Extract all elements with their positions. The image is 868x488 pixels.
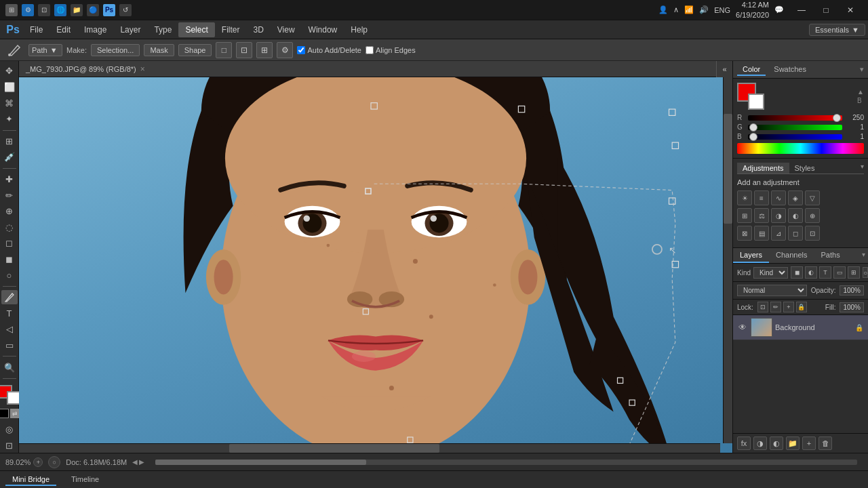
new-group-button[interactable]: 📁 [786, 436, 800, 450]
gradient-tool[interactable]: ◼ [1, 252, 18, 267]
start-button[interactable]: ⊞ [5, 4, 18, 16]
layer-item-background[interactable]: 👁 Background 🔒 [733, 315, 868, 340]
lock-pixels-icon[interactable]: ⊡ [757, 302, 768, 312]
menu-select[interactable]: Select [178, 22, 214, 37]
styles-tab[interactable]: Styles [789, 163, 821, 174]
exposure-adj-icon[interactable]: ◈ [788, 190, 803, 205]
path-settings-icon[interactable]: ⚙ [277, 42, 293, 58]
curves-adj-icon[interactable]: ∿ [771, 190, 786, 205]
text-tool[interactable]: T [1, 306, 18, 321]
menu-edit[interactable]: Edit [50, 22, 77, 37]
bw-adj-icon[interactable]: ◑ [771, 208, 786, 223]
collapse-panel-button[interactable]: « [716, 61, 732, 77]
photo-filter-adj-icon[interactable]: ◐ [788, 208, 803, 223]
zoom-tool[interactable]: 🔍 [1, 360, 18, 375]
swatches-tab[interactable]: Swatches [768, 64, 812, 76]
healing-tool[interactable]: ✚ [1, 172, 18, 187]
horizontal-scroll-thumb[interactable] [229, 444, 439, 453]
fill-value[interactable]: 100% [840, 302, 864, 312]
menu-filter[interactable]: Filter [215, 22, 247, 37]
history-tool[interactable]: ◌ [1, 220, 18, 235]
timeline-tab[interactable]: Timeline [64, 474, 106, 486]
next-arrow[interactable]: ▶ [139, 458, 144, 466]
close-document-icon[interactable]: × [140, 64, 145, 74]
path-select-tool[interactable]: ◁ [1, 322, 18, 337]
channels-tab[interactable]: Channels [769, 248, 814, 263]
lock-position-icon[interactable]: ✏ [770, 302, 781, 312]
green-thumb[interactable] [749, 123, 757, 131]
layers-filter-smart[interactable]: ⊞ [848, 266, 860, 279]
color-balance-adj-icon[interactable]: ⚖ [754, 208, 769, 223]
vertical-scrollbar[interactable] [723, 77, 732, 443]
mini-bridge-tab[interactable]: Mini Bridge [5, 474, 56, 486]
new-layer-button[interactable]: + [802, 436, 816, 450]
path-distribute-icon[interactable]: ⊞ [256, 42, 273, 58]
layer-styles-button[interactable]: fx [737, 436, 751, 450]
menu-window[interactable]: Window [302, 22, 344, 37]
eraser-tool[interactable]: ◻ [1, 236, 18, 251]
lock-move-icon[interactable]: 🔒 [796, 302, 807, 312]
layer-visibility-toggle[interactable]: 👁 [737, 322, 748, 333]
menu-layer[interactable]: Layer [113, 22, 147, 37]
channel-mixer-adj-icon[interactable]: ⊕ [805, 208, 820, 223]
clone-tool[interactable]: ⊕ [1, 204, 18, 219]
adj-panel-collapse[interactable]: ▾ [861, 163, 864, 174]
vertical-scroll-thumb[interactable] [724, 114, 732, 224]
mask-button[interactable]: Mask [144, 44, 174, 56]
taskbar-icon-6[interactable]: Ps [103, 4, 115, 16]
add-mask-button[interactable]: ◑ [753, 436, 767, 450]
screen-mode-icon[interactable]: ⊡ [1, 438, 18, 453]
blend-mode-select[interactable]: Normal [737, 285, 807, 296]
path-align-icon[interactable]: ⊡ [236, 42, 252, 58]
horizontal-scrollbar[interactable] [19, 443, 720, 453]
hsl-adj-icon[interactable]: ⊞ [737, 208, 752, 223]
layers-tab[interactable]: Layers [733, 248, 769, 263]
canvas-image-area[interactable]: ↖ [19, 77, 732, 453]
marquee-tool[interactable]: ⬜ [1, 80, 18, 95]
green-slider[interactable] [748, 125, 842, 130]
eyedropper-tool[interactable]: 💉 [1, 150, 18, 165]
taskbar-icon-2[interactable]: ⊡ [38, 4, 50, 16]
color-tab[interactable]: Color [737, 64, 766, 76]
align-edges-checkbox[interactable]: Align Edges [366, 46, 416, 54]
vibrance-adj-icon[interactable]: ▽ [805, 190, 820, 205]
red-slider[interactable] [748, 115, 842, 121]
opacity-value[interactable]: 100% [840, 285, 864, 296]
workspace-selector[interactable]: Essentials ▼ [809, 24, 865, 36]
blue-slider[interactable] [748, 134, 842, 140]
magic-wand-tool[interactable]: ✦ [1, 112, 18, 127]
menu-image[interactable]: Image [77, 22, 113, 37]
menu-type[interactable]: Type [147, 22, 178, 37]
maximize-button[interactable]: □ [814, 0, 838, 20]
minimize-button[interactable]: — [789, 0, 814, 20]
menu-file[interactable]: File [23, 22, 50, 37]
close-button[interactable]: ✕ [838, 0, 863, 20]
menu-help[interactable]: Help [344, 22, 374, 37]
posterize-adj-icon[interactable]: ▤ [754, 226, 769, 241]
selection-button[interactable]: Selection... [91, 44, 140, 56]
blue-thumb[interactable] [749, 133, 757, 141]
path-type-dropdown[interactable]: Path ▼ [28, 44, 62, 56]
document-tab[interactable]: _MG_7930.JPG [26, 65, 79, 73]
brightness-adj-icon[interactable]: ☀ [737, 190, 752, 205]
dodge-tool[interactable]: ○ [1, 268, 18, 283]
layers-kind-select[interactable]: Kind [753, 267, 788, 279]
layers-filter-adjust[interactable]: ◐ [805, 266, 817, 279]
red-thumb[interactable] [833, 114, 841, 122]
invert-adj-icon[interactable]: ⊠ [737, 226, 752, 241]
paths-tab[interactable]: Paths [814, 248, 847, 263]
taskbar-icon-5[interactable]: 🔵 [87, 4, 99, 16]
layers-filter-shape[interactable]: ▭ [833, 266, 846, 279]
menu-3d[interactable]: 3D [246, 22, 270, 37]
lock-all-icon[interactable]: + [783, 302, 794, 312]
menu-view[interactable]: View [271, 22, 302, 37]
layers-filter-pixel[interactable]: ◼ [791, 266, 803, 279]
layers-filter-type[interactable]: T [819, 266, 831, 279]
quick-mask-icon[interactable]: ◎ [1, 422, 18, 437]
background-swatch[interactable] [748, 94, 764, 110]
gradient-map-adj-icon[interactable]: ◻ [788, 226, 803, 241]
background-color[interactable] [7, 391, 20, 405]
delete-layer-button[interactable]: 🗑 [818, 436, 832, 450]
selective-color-adj-icon[interactable]: ⊡ [805, 226, 820, 241]
levels-adj-icon[interactable]: ≡ [754, 190, 769, 205]
